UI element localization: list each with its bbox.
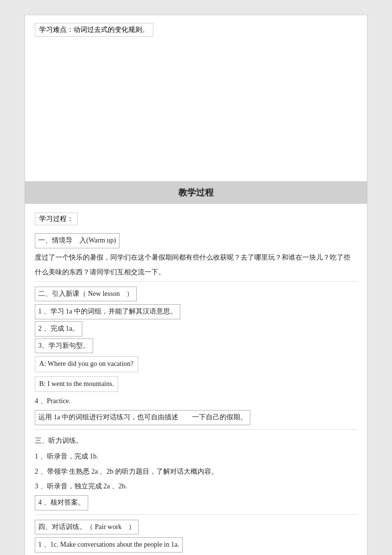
practice-text-row: 运用 1a 中的词组进行对话练习，也可自由描述 一下自己的假期。 <box>35 409 357 426</box>
new-lesson-title-text: 二、引入新课（ New lesson ） <box>35 287 137 302</box>
dialog-a-row: A: Where did you go on vacation? <box>35 354 357 374</box>
listening-item4-text: 4 、核对答案。 <box>35 495 88 510</box>
new-lesson-item3-text: 3、学习新句型。 <box>35 338 93 354</box>
warmup-section: 一、情境导 入(Warm up) 度过了一个快乐的暑假，同学们在这个暑假期间都有… <box>35 231 357 280</box>
practice-text: 运用 1a 中的词组进行对话练习，也可自由描述 一下自己的假期。 <box>35 410 250 425</box>
divider-1 <box>35 281 357 282</box>
top-section: 学习难点：动词过去式的变化规则。 <box>25 15 367 182</box>
pair-work-section: 四、对话训练。（ Pair work ） 1 、1c. Make convers… <box>35 516 357 555</box>
new-lesson-item2: 2 、完成 1a。 <box>35 320 357 338</box>
dialog-b-row: B: I went to the mountains. <box>35 374 357 394</box>
warmup-text2: 什么美味的东西？请同学们互相交流一下。 <box>35 265 357 280</box>
new-lesson-item4: 4 、Practice. <box>35 394 357 409</box>
difficulty-box: 学习难点：动词过去式的变化规则。 <box>35 23 153 37</box>
new-lesson-section: 二、引入新课（ New lesson ） 1 、学习 1a 中的词组，并能了解其… <box>35 283 357 428</box>
warmup-text1: 度过了一个快乐的暑假，同学们在这个暑假期间都有些什么收获呢？去了哪里玩？和谁在一… <box>35 250 357 265</box>
section-header-text: 教学过程 <box>178 188 214 197</box>
page-container: 学习难点：动词过去式的变化规则。 教学过程 学习过程： 一、情境导 入(Warm… <box>24 15 368 555</box>
pair-work-item1: 1 、1c. Make conversations about the peop… <box>35 536 357 554</box>
pair-work-title-text: 四、对话训练。（ Pair work ） <box>35 520 139 535</box>
listening-item1: 1 、听录音，完成 1b. <box>35 449 357 464</box>
pair-work-title: 四、对话训练。（ Pair work ） <box>35 518 357 537</box>
new-lesson-title: 二、引入新课（ New lesson ） <box>35 285 357 304</box>
listening-item2: 2 、带领学 生熟悉 2a 、2b 的听力题目，了解对话大概内容。 <box>35 464 357 480</box>
listening-section: 三、听力训练。 1 、听录音，完成 1b. 2 、带领学 生熟悉 2a 、2b … <box>35 431 357 513</box>
listening-title-text: 三、听力训练。 <box>35 437 83 444</box>
new-lesson-item1: 1 、学习 1a 中的词组，并能了解其汉语意思。 <box>35 303 357 320</box>
main-content: 学习过程： 一、情境导 入(Warm up) 度过了一个快乐的暑假，同学们在这个… <box>25 204 367 555</box>
dialog-b-text: B: I went to the mountains. <box>35 376 118 392</box>
divider-2 <box>35 429 357 430</box>
pair-work-item1-text: 1 、1c. Make conversations about the peop… <box>35 537 183 553</box>
listening-item3: 3 、听录音，独立完成 2a 、2b. <box>35 479 357 494</box>
process-label: 学习过程： <box>35 213 78 225</box>
warmup-title: 一、情境导 入(Warm up) <box>35 231 357 250</box>
warmup-title-text: 一、情境导 入(Warm up) <box>35 233 120 248</box>
dialog-a-text: A: Where did you go on vacation? <box>35 356 138 372</box>
divider-3 <box>35 514 357 515</box>
difficulty-text: 学习难点：动词过去式的变化规则。 <box>39 26 149 33</box>
new-lesson-item2-text: 2 、完成 1a。 <box>35 321 82 337</box>
new-lesson-item3: 3、学习新句型。 <box>35 338 357 355</box>
section-header: 教学过程 <box>25 182 367 204</box>
new-lesson-item1-text: 1 、学习 1a 中的词组，并能了解其汉语意思。 <box>35 304 180 319</box>
listening-title: 三、听力训练。 <box>35 433 357 450</box>
listening-item4: 4 、核对答案。 <box>35 494 357 511</box>
